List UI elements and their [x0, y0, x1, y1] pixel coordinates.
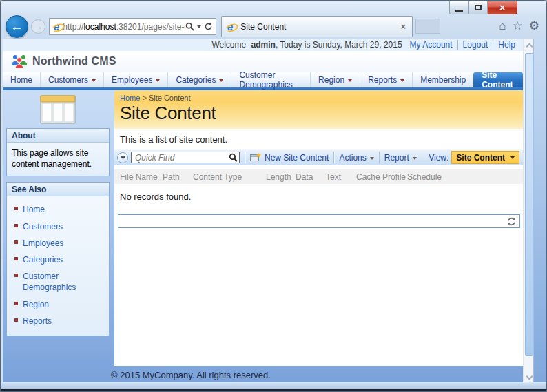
- nav-tab[interactable]: Customers: [40, 72, 103, 87]
- table-page-icon: [40, 95, 76, 124]
- see-also-link[interactable]: Customer Demographics: [12, 268, 105, 296]
- minimize-icon: [455, 10, 463, 12]
- sidebar: About This page allows site content mana…: [6, 90, 110, 342]
- chevron-down-icon: [370, 157, 374, 160]
- back-button[interactable]: ←: [6, 15, 28, 38]
- nav-tab[interactable]: Membership: [412, 72, 473, 87]
- nav-tab-label: Home: [10, 75, 32, 85]
- scrollbar-thumb[interactable]: [525, 53, 533, 356]
- nav-tab-label: Customer Demographics: [239, 70, 302, 90]
- copyright-text: © 2015 MyCompany. All rights reserved.: [111, 370, 271, 380]
- toolbar: New Site Content Actions Report View: Si…: [114, 149, 523, 165]
- maximize-icon: [475, 5, 482, 10]
- chevron-down-icon: [120, 154, 125, 159]
- welcome-link[interactable]: My Account: [405, 40, 457, 50]
- table-column-header[interactable]: Data: [296, 172, 326, 182]
- refresh-icon[interactable]: [506, 216, 517, 227]
- nav-tab[interactable]: Reports: [360, 72, 412, 87]
- see-also-link-label: Home: [23, 204, 45, 215]
- tab-close-icon[interactable]: ×: [398, 21, 408, 32]
- see-also-link[interactable]: Reports: [12, 313, 105, 329]
- nav-tab[interactable]: Home: [3, 72, 40, 87]
- settings-gear-icon[interactable]: ⚙: [529, 19, 539, 34]
- close-icon: ×: [499, 3, 505, 12]
- table-column-header[interactable]: Length: [266, 172, 296, 182]
- nav-tab-label: Categories: [176, 75, 216, 85]
- see-also-link-label: Customer Demographics: [23, 271, 105, 293]
- refresh-icon[interactable]: [204, 22, 213, 31]
- url-text[interactable]: http://localhost:38201/pages/site-conten…: [63, 22, 185, 32]
- nav-tab-label: Site Content: [482, 70, 515, 90]
- report-menu-button[interactable]: Report: [384, 153, 417, 163]
- welcome-link[interactable]: Help: [493, 40, 520, 50]
- see-also-link[interactable]: Customers: [12, 218, 105, 235]
- app-header: Northwind CMS: [3, 51, 523, 72]
- table-column-header[interactable]: Text: [326, 172, 356, 182]
- nav-tab[interactable]: Employees: [103, 72, 167, 87]
- forward-button[interactable]: →: [31, 19, 45, 34]
- back-arrow-icon: ←: [10, 19, 23, 34]
- nav-tab-label: Customers: [48, 75, 88, 85]
- about-panel-text: This page allows site content management…: [7, 143, 109, 176]
- forward-arrow-icon: →: [34, 21, 43, 32]
- actions-label: Actions: [339, 153, 366, 163]
- home-icon[interactable]: ⌂: [499, 19, 506, 34]
- see-also-link[interactable]: Employees: [12, 235, 105, 251]
- search-dropdown-caret-icon[interactable]: [197, 25, 201, 28]
- nav-tab-label: Membership: [420, 75, 466, 85]
- table-column-header[interactable]: Schedule: [407, 172, 462, 182]
- welcome-link[interactable]: Logout: [457, 40, 493, 50]
- nav-tab[interactable]: Region: [310, 72, 360, 87]
- maximize-button[interactable]: [469, 1, 488, 14]
- page-icon-wrap: [6, 90, 110, 128]
- table-column-header[interactable]: Content Type: [193, 172, 266, 182]
- toolbar-separator: [379, 152, 380, 163]
- toolbar-separator: [333, 152, 334, 163]
- page-title: Site Content: [120, 103, 523, 124]
- view-select-dropdown[interactable]: Site Content: [451, 151, 519, 164]
- favorites-star-icon[interactable]: ☆: [513, 19, 523, 34]
- content-body: This is a list of site content.: [114, 129, 523, 366]
- ie-logo-icon: e: [54, 21, 59, 32]
- browser-tab[interactable]: e Site Content ×: [221, 16, 413, 37]
- see-also-link[interactable]: Region: [12, 296, 105, 313]
- chevron-down-icon: [526, 373, 533, 380]
- chevron-down-icon: [219, 79, 223, 82]
- see-also-link[interactable]: Categories: [12, 251, 105, 268]
- breadcrumb-separator: >: [142, 94, 146, 102]
- actions-menu-button[interactable]: Actions: [339, 153, 373, 163]
- new-site-content-label: New Site Content: [265, 153, 329, 163]
- window-controls: ×: [449, 1, 517, 14]
- collapse-search-button[interactable]: [117, 152, 128, 163]
- address-bar[interactable]: e http://localhost:38201/pages/site-cont…: [49, 18, 216, 35]
- breadcrumb: Home > Site Content: [120, 94, 523, 102]
- search-icon[interactable]: [229, 153, 238, 162]
- new-site-content-button[interactable]: New Site Content: [250, 153, 329, 163]
- see-also-link[interactable]: Home: [12, 201, 105, 218]
- brand-title: Northwind CMS: [32, 55, 116, 68]
- chrome-toolbar-icons: ⌂ ☆ ⚙: [499, 19, 539, 34]
- see-also-link-label: Reports: [23, 316, 52, 327]
- see-also-link-label: Categories: [23, 254, 63, 265]
- quick-find-input[interactable]: [135, 153, 229, 163]
- search-icon[interactable]: [185, 22, 194, 31]
- breadcrumb-current: Site Content: [149, 94, 191, 102]
- see-also-link-label: Employees: [23, 238, 63, 249]
- empty-table-message: No records found.: [114, 184, 523, 202]
- chevron-up-icon: [526, 43, 533, 50]
- nav-tab[interactable]: Site Content: [473, 72, 523, 87]
- breadcrumb-home-link[interactable]: Home: [120, 94, 140, 102]
- close-window-button[interactable]: ×: [488, 1, 517, 14]
- table-column-header[interactable]: File Name: [120, 172, 163, 182]
- nav-tab[interactable]: Customer Demographics: [231, 72, 310, 87]
- chevron-down-icon: [92, 79, 96, 82]
- view-select-value: Site Content: [456, 153, 505, 163]
- welcome-links: My AccountLogoutHelp: [405, 40, 520, 50]
- table-column-header[interactable]: Cache Profile: [356, 172, 407, 182]
- table-column-header[interactable]: Path: [163, 172, 193, 182]
- about-panel-title: About: [7, 129, 109, 143]
- minimize-button[interactable]: [449, 1, 469, 14]
- new-tab-button[interactable]: [415, 19, 440, 34]
- nav-tab[interactable]: Categories: [167, 72, 231, 87]
- bullet-icon: [14, 207, 18, 210]
